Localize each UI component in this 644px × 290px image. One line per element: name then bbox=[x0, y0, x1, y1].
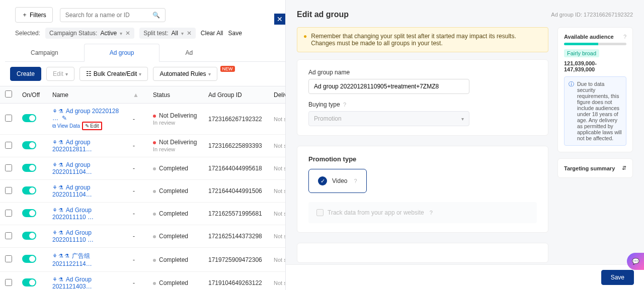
name-cell: ⚘⚗ Ad group 20220128 … ✎⧉ View Data ✎ Ed… bbox=[47, 104, 128, 135]
toggle-switch[interactable] bbox=[22, 141, 36, 149]
status-dot bbox=[153, 167, 156, 170]
row-checkbox[interactable] bbox=[5, 164, 12, 171]
status-dot bbox=[153, 190, 156, 193]
flask-icon: ⚗ bbox=[58, 253, 63, 259]
selected-label: Selected: bbox=[15, 30, 40, 37]
toggle-switch[interactable] bbox=[22, 114, 36, 122]
audience-bar bbox=[564, 43, 626, 45]
tab-ad-group[interactable]: Ad group bbox=[84, 44, 160, 62]
save-button[interactable]: Save bbox=[601, 270, 634, 285]
help-icon[interactable]: ? bbox=[623, 34, 626, 40]
info-icon: ⓘ bbox=[569, 81, 574, 141]
warn-cell: - bbox=[128, 203, 148, 225]
name-cell: ⚘⚗ Ad group 2022011104… bbox=[47, 157, 128, 180]
id-cell: 1721625144373298 bbox=[203, 225, 269, 248]
name-cell: ⚘⚗ Ad Group 2021121403… bbox=[47, 272, 128, 291]
buying-type-select: Promotion ▾ bbox=[308, 111, 469, 126]
audience-breadth-tag: Fairly broad bbox=[564, 49, 599, 57]
people-icon: ⚘ bbox=[52, 230, 57, 236]
panel-title: Edit ad group bbox=[297, 10, 349, 19]
id-cell: 1719725909472306 bbox=[203, 248, 269, 272]
flask-icon: ⚗ bbox=[58, 184, 63, 190]
search-input[interactable] bbox=[65, 12, 152, 19]
targeting-summary-box[interactable]: Targeting summary ⇵ bbox=[557, 158, 633, 178]
toggle-switch[interactable] bbox=[22, 278, 36, 286]
pencil-icon[interactable]: ✎ bbox=[62, 115, 67, 122]
filter-pill-split-test[interactable]: Split test: All ▾ ✕ bbox=[139, 28, 196, 39]
id-cell: 1723166267192322 bbox=[203, 104, 269, 135]
flask-icon: ⚗ bbox=[58, 162, 63, 168]
filter-pill-campaign-status[interactable]: Campaign Status: Active ▾ ✕ bbox=[45, 28, 134, 39]
row-checkbox[interactable] bbox=[5, 210, 12, 217]
id-cell: 1721644044995618 bbox=[203, 157, 269, 180]
warn-cell: - bbox=[128, 104, 148, 135]
warn-cell: - bbox=[128, 180, 148, 203]
toggle-switch[interactable] bbox=[22, 232, 36, 240]
people-icon: ⚘ bbox=[52, 108, 57, 114]
view-data-link[interactable]: ⧉ View Data bbox=[52, 123, 80, 129]
warning-alert: ● Remember that changing your split test… bbox=[297, 27, 548, 52]
warning-icon: ● bbox=[303, 33, 307, 47]
create-button[interactable]: Create bbox=[10, 67, 41, 81]
bulk-create-edit-button[interactable]: ☷ Bulk Create/Edit ▾ bbox=[79, 67, 148, 81]
row-checkbox[interactable] bbox=[5, 232, 12, 239]
clear-all-link[interactable]: Clear All bbox=[201, 30, 223, 37]
new-badge: NEW bbox=[220, 66, 235, 72]
row-checkbox[interactable] bbox=[5, 279, 12, 286]
col-ad-group-id: Ad Group ID bbox=[203, 86, 269, 104]
help-icon: ? bbox=[430, 210, 433, 216]
automated-rules-button[interactable]: Automated Rules ▾ bbox=[153, 67, 217, 81]
toggle-switch[interactable] bbox=[22, 255, 36, 263]
people-icon: ⚘ bbox=[52, 184, 57, 190]
id-cell: 1721625571995681 bbox=[203, 203, 269, 225]
chat-fab[interactable]: 💬 bbox=[627, 253, 644, 270]
help-icon[interactable]: ? bbox=[343, 102, 346, 108]
filters-button[interactable]: ＋Filters bbox=[15, 7, 53, 23]
row-checkbox[interactable] bbox=[5, 115, 12, 122]
status-cell: Completed bbox=[148, 157, 203, 180]
name-cell: ⚘⚗⚗ 广告组 2021122114… bbox=[47, 248, 128, 272]
layers-icon: ☷ bbox=[86, 70, 92, 77]
flask-icon: ⚗ bbox=[58, 108, 63, 114]
tab-campaign[interactable]: Campaign bbox=[5, 44, 84, 61]
save-filters-link[interactable]: Save bbox=[228, 30, 242, 37]
buying-type-label: Buying type ? bbox=[308, 101, 537, 108]
close-panel-button[interactable]: ✕ bbox=[274, 14, 285, 25]
col-status: Status bbox=[148, 86, 203, 104]
name-cell: ⚘⚗ Ad group 2022012811… bbox=[47, 135, 128, 157]
close-icon[interactable]: ✕ bbox=[187, 30, 192, 37]
people-icon: ⚘ bbox=[52, 139, 57, 145]
tab-ad[interactable]: Ad bbox=[159, 44, 218, 61]
row-checkbox[interactable] bbox=[5, 187, 12, 194]
ad-group-name-input[interactable] bbox=[308, 79, 469, 94]
col-name[interactable]: Name bbox=[47, 86, 128, 104]
toggle-switch[interactable] bbox=[22, 186, 36, 195]
chevron-down-icon: ▾ bbox=[461, 116, 464, 122]
close-icon[interactable]: ✕ bbox=[125, 30, 130, 37]
status-sub: In review bbox=[153, 146, 175, 152]
row-checkbox[interactable] bbox=[5, 142, 12, 149]
edit-dropdown[interactable]: Edit ▾ bbox=[46, 67, 74, 81]
toggle-switch[interactable] bbox=[22, 164, 36, 172]
promotion-type-title: Promotion type bbox=[308, 155, 537, 163]
status-sub: In review bbox=[153, 120, 175, 126]
row-checkbox[interactable] bbox=[5, 255, 12, 262]
promotion-video-option[interactable]: ✓ Video ? bbox=[308, 169, 367, 193]
warning-icon: ▲ bbox=[133, 91, 139, 99]
search-input-wrap[interactable]: 🔍 bbox=[60, 8, 166, 22]
select-all-checkbox[interactable] bbox=[5, 90, 12, 98]
edit-link-highlight[interactable]: ✎ Edit bbox=[82, 122, 102, 130]
track-data-option: Track data from your app or website ? bbox=[308, 202, 537, 223]
warn-cell: - bbox=[128, 157, 148, 180]
status-cell: Completed bbox=[148, 203, 203, 225]
status-cell: Completed bbox=[148, 248, 203, 272]
help-icon[interactable]: ? bbox=[354, 178, 357, 184]
expand-icon: ⇵ bbox=[622, 165, 626, 171]
panel-footer: Save bbox=[286, 264, 644, 290]
edit-panel: Edit ad group Ad group ID: 1723166267192… bbox=[285, 0, 644, 290]
flask-icon: ⚗ bbox=[58, 230, 63, 236]
toggle-switch[interactable] bbox=[22, 209, 36, 217]
status-dot bbox=[153, 235, 156, 238]
ad-group-id-label: Ad group ID: 1723166267192322 bbox=[551, 12, 633, 18]
promotion-type-card: Promotion type ✓ Video ? Track data from… bbox=[297, 146, 548, 233]
